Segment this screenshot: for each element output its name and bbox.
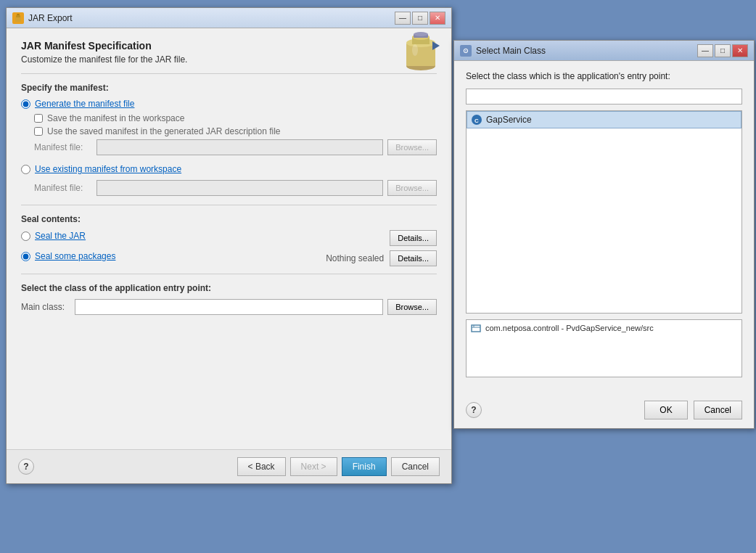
select-help-btn[interactable]: ? <box>466 402 482 418</box>
svg-marker-11 <box>432 41 440 50</box>
svg-rect-14 <box>472 325 480 332</box>
seal-some-label: Seal some packages <box>35 251 115 261</box>
jar-icon-decoration <box>402 28 440 74</box>
seal-some-option[interactable]: Seal some packages <box>21 251 326 261</box>
class-icon: C <box>472 115 482 125</box>
jar-content-area: JAR Manifest Specification Customize the… <box>7 28 451 449</box>
existing-manifest-file-label: Manifest file: <box>34 183 92 193</box>
main-class-browse-btn[interactable]: Browse... <box>387 299 437 315</box>
svg-point-10 <box>412 44 418 56</box>
select-window-title: Select Main Class <box>476 46 546 56</box>
jar-window-icon <box>12 12 24 24</box>
use-saved-manifest-label: Use the saved manifest in the generated … <box>47 126 281 136</box>
seal-contents-label: Seal contents: <box>21 214 437 224</box>
select-maximize-btn[interactable]: □ <box>715 44 731 57</box>
use-saved-manifest-checkbox[interactable] <box>34 127 43 136</box>
generate-manifest-option[interactable]: Generate the manifest file <box>21 99 437 109</box>
jar-window-title: JAR Export <box>28 13 73 23</box>
jar-window-titlebar: JAR Export — □ ✕ <box>7 8 451 28</box>
specify-manifest-label: Specify the manifest: <box>21 83 437 93</box>
select-window-icon: ⊙ <box>460 45 472 57</box>
seal-some-details-btn[interactable]: Details... <box>390 250 437 266</box>
package-item[interactable]: com.netposa.controll - PvdGapService_new… <box>467 320 741 336</box>
save-manifest-checkbox[interactable] <box>34 114 43 123</box>
package-name-label: com.netposa.controll - PvdGapService_new… <box>485 324 654 332</box>
select-titlebar-left: ⊙ Select Main Class <box>460 45 546 57</box>
svg-rect-1 <box>16 15 20 17</box>
seal-jar-row: Seal the JAR Details... <box>21 230 437 246</box>
manifest-section-desc: Customize the manifest file for the JAR … <box>21 54 437 65</box>
seal-some-radio[interactable] <box>21 252 30 261</box>
select-content-area: Select the class which is the applicatio… <box>454 61 754 395</box>
back-btn[interactable]: < Back <box>237 457 286 476</box>
seal-jar-radio[interactable] <box>21 232 30 241</box>
generate-manifest-label: Generate the manifest file <box>35 99 134 109</box>
select-cancel-btn[interactable]: Cancel <box>694 401 742 419</box>
svg-rect-0 <box>15 17 21 22</box>
jar-titlebar-left: JAR Export <box>12 12 73 24</box>
svg-rect-2 <box>17 14 20 15</box>
package-icon <box>471 323 481 333</box>
main-class-input[interactable] <box>75 299 383 315</box>
ok-btn[interactable]: OK <box>644 401 687 419</box>
manifest-file-row: Manifest file: Browse... <box>34 139 437 155</box>
select-footer: ? OK Cancel <box>454 395 754 428</box>
seal-jar-details-btn[interactable]: Details... <box>390 230 437 246</box>
jar-cancel-btn[interactable]: Cancel <box>391 457 440 476</box>
select-search-input[interactable] <box>466 89 742 105</box>
save-manifest-label: Save the manifest in the workspace <box>47 113 184 123</box>
finish-btn[interactable]: Finish <box>342 457 387 476</box>
jar-close-btn[interactable]: ✕ <box>430 12 445 25</box>
existing-manifest-file-input[interactable] <box>96 180 383 196</box>
use-saved-manifest-row: Use the saved manifest in the generated … <box>34 126 437 136</box>
seal-some-row: Seal some packages Nothing sealed Detail… <box>21 250 437 266</box>
select-window-titlebar: ⊙ Select Main Class — □ ✕ <box>454 41 754 61</box>
jar-minimize-btn[interactable]: — <box>395 12 411 25</box>
save-manifest-row: Save the manifest in the workspace <box>34 113 437 123</box>
jar-footer-left: ? <box>18 459 34 475</box>
jar-maximize-btn[interactable]: □ <box>412 12 428 25</box>
jar-window-controls: — □ ✕ <box>395 12 445 25</box>
svg-text:C: C <box>474 118 479 124</box>
select-close-btn[interactable]: ✕ <box>732 44 748 57</box>
jar-footer-right: < Back Next > Finish Cancel <box>237 457 440 476</box>
main-class-row: Main class: Browse... <box>21 299 437 315</box>
select-window-controls: — □ ✕ <box>697 44 748 57</box>
svg-point-9 <box>414 32 428 36</box>
class-name-label: GapService <box>486 115 532 125</box>
seal-jar-label: Seal the JAR <box>35 231 86 241</box>
existing-manifest-label: Use existing manifest from workspace <box>35 164 181 174</box>
select-minimize-btn[interactable]: — <box>697 44 713 57</box>
jar-export-window: JAR Export — □ ✕ <box>6 7 452 484</box>
next-btn[interactable]: Next > <box>290 457 337 476</box>
main-class-label: Main class: <box>21 302 70 312</box>
seal-jar-option[interactable]: Seal the JAR <box>21 231 390 241</box>
select-description: Select the class which is the applicatio… <box>466 71 742 81</box>
existing-manifest-option[interactable]: Use existing manifest from workspace <box>21 164 437 174</box>
entry-point-label: Select the class of the application entr… <box>21 283 437 293</box>
manifest-file-label: Manifest file: <box>34 142 92 152</box>
existing-browse-btn[interactable]: Browse... <box>387 180 437 196</box>
nothing-sealed-text: Nothing sealed <box>326 253 384 263</box>
generate-manifest-radio[interactable] <box>21 99 30 109</box>
package-list: com.netposa.controll - PvdGapService_new… <box>466 319 742 377</box>
class-list: C GapService <box>466 110 742 314</box>
manifest-section-title: JAR Manifest Specification <box>21 40 437 52</box>
manifest-file-input[interactable] <box>96 139 383 155</box>
select-footer-right: OK Cancel <box>644 401 742 419</box>
select-main-class-window: ⊙ Select Main Class — □ ✕ Select the cla… <box>453 40 755 429</box>
jar-help-btn[interactable]: ? <box>18 459 34 475</box>
existing-manifest-file-row: Manifest file: Browse... <box>34 180 437 196</box>
manifest-browse-btn[interactable]: Browse... <box>387 139 437 155</box>
existing-manifest-radio[interactable] <box>21 165 30 174</box>
class-item-gapservice[interactable]: C GapService <box>467 111 741 128</box>
jar-footer: ? < Back Next > Finish Cancel <box>7 449 451 483</box>
